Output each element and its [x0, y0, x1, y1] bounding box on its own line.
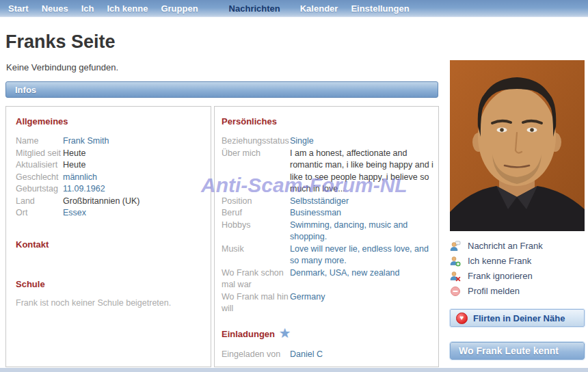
- report-profile-action[interactable]: Profil melden: [450, 285, 585, 297]
- profile-row-musik: Musik Love will never lie, endless love,…: [222, 243, 434, 267]
- flirt-heart-icon: [456, 313, 468, 324]
- persoenliches-heading: Persönliches: [222, 116, 434, 127]
- page-title: Franks Seite: [5, 31, 116, 53]
- message-icon: [450, 241, 461, 252]
- wo-frank-leute-kennt-bar[interactable]: Wo Frank Leute kennt: [450, 342, 585, 360]
- schule-heading: Schule: [16, 279, 205, 289]
- beruf-link[interactable]: Businessman: [290, 207, 434, 220]
- nav-item-ich[interactable]: Ich: [81, 3, 94, 14]
- musik-link[interactable]: Love will never lie, endless love, and s…: [290, 243, 434, 267]
- nav-item-start[interactable]: Start: [8, 3, 29, 14]
- profile-row-war-schon: Wo Frank schon mal war Denmark, USA, new…: [222, 267, 434, 291]
- report-profile-label: Profil melden: [468, 286, 520, 296]
- ignore-contact-icon: [450, 271, 461, 282]
- profile-row-geschlecht: Geschlecht männlich: [16, 172, 205, 184]
- profile-row-geburtstag: Geburtstag 11.09.1962: [16, 183, 205, 196]
- profile-row-eingeladen-von: Eingeladen von Daniel C: [222, 349, 434, 361]
- nav-item-gruppen[interactable]: Gruppen: [161, 3, 198, 14]
- profile-row-hobbys: Hobbys Swimming, dancing, music and shop…: [222, 220, 434, 243]
- infos-section-label: Infos: [15, 85, 36, 95]
- ort-link[interactable]: Essex: [63, 207, 205, 220]
- nav-item-einstellungen[interactable]: Einstellungen: [351, 3, 409, 14]
- position-link[interactable]: Selbstständiger: [290, 196, 434, 208]
- kontakt-heading: Kontakt: [16, 239, 205, 250]
- invitation-star-icon[interactable]: [280, 329, 290, 338]
- profile-row-aktualisiert: Aktualisiert Heute: [16, 159, 205, 172]
- name-link[interactable]: Frank Smith: [63, 135, 205, 148]
- flirt-nearby-label: Flirten in Deiner Nähe: [473, 313, 565, 323]
- report-profile-icon: [450, 286, 461, 297]
- nav-item-neues[interactable]: Neues: [42, 3, 68, 14]
- ignore-contact-action[interactable]: Frank ignorieren: [450, 270, 585, 282]
- add-contact-label: Ich kenne Frank: [468, 256, 531, 266]
- geschlecht-link[interactable]: männlich: [63, 172, 205, 184]
- profile-row-beziehungsstatus: Beziehungsstatus Single: [222, 135, 434, 148]
- add-contact-action[interactable]: Ich kenne Frank: [450, 255, 585, 267]
- profile-actions: Nachricht an Frank Ich kenne Frank Frank…: [450, 240, 585, 297]
- top-navigation: Start Neues Ich Ich kenne Gruppen Nachri…: [0, 0, 588, 17]
- beziehungsstatus-link[interactable]: Single: [290, 135, 434, 148]
- profile-sidebar: Nachricht an Frank Ich kenne Frank Frank…: [450, 60, 585, 360]
- ignore-contact-label: Frank ignorieren: [468, 271, 533, 281]
- send-message-action[interactable]: Nachricht an Frank: [450, 240, 585, 252]
- connection-status-text: Keine Verbindung gefunden.: [6, 62, 118, 72]
- profile-row-land: Land Großbritannien (UK): [16, 196, 205, 208]
- will-hin-link[interactable]: Germany: [290, 291, 434, 304]
- send-message-label: Nachricht an Frank: [468, 241, 543, 251]
- nav-item-nachrichten[interactable]: Nachrichten: [229, 3, 280, 14]
- flirt-nearby-button[interactable]: Flirten in Deiner Nähe: [450, 309, 585, 327]
- profile-row-will-hin: Wo Frank mal hin will Germany: [222, 291, 434, 315]
- bottom-section-partial-bar: [0, 368, 588, 372]
- allgemeines-heading: Allgemeines: [16, 116, 205, 127]
- geburtstag-link[interactable]: 11.09.1962: [63, 183, 205, 196]
- nav-item-ich-kenne[interactable]: Ich kenne: [107, 3, 148, 14]
- nav-item-kalender[interactable]: Kalender: [300, 3, 338, 14]
- add-contact-icon: [450, 256, 461, 267]
- profile-row-beruf: Beruf Businessman: [222, 207, 434, 220]
- profile-row-position: Position Selbstständiger: [222, 196, 434, 208]
- infos-section-bar[interactable]: Infos: [5, 81, 438, 98]
- profile-photo[interactable]: [450, 60, 585, 231]
- inviter-link[interactable]: Daniel C: [290, 349, 434, 361]
- profile-row-mitglied-seit: Mitglied seit Heute: [16, 148, 205, 160]
- wo-frank-leute-kennt-label: Wo Frank Leute kennt: [459, 345, 559, 356]
- allgemeines-panel: Allgemeines Name Frank Smith Mitglied se…: [5, 106, 211, 367]
- profile-row-name: Name Frank Smith: [16, 135, 205, 148]
- einladungen-heading: Einladungen: [222, 329, 434, 339]
- profile-row-ueber-mich: Über mich I am a honest, affectionate an…: [222, 148, 434, 196]
- war-schon-link[interactable]: Denmark, USA, new zealand: [290, 267, 434, 280]
- schule-empty-text: Frank ist noch keiner Schule beigetreten…: [16, 298, 205, 308]
- persoenliches-panel: Persönliches Beziehungsstatus Single Übe…: [214, 106, 439, 367]
- hobbys-link[interactable]: Swimming, dancing, music and shopping.: [290, 220, 434, 243]
- profile-row-ort: Ort Essex: [16, 207, 205, 220]
